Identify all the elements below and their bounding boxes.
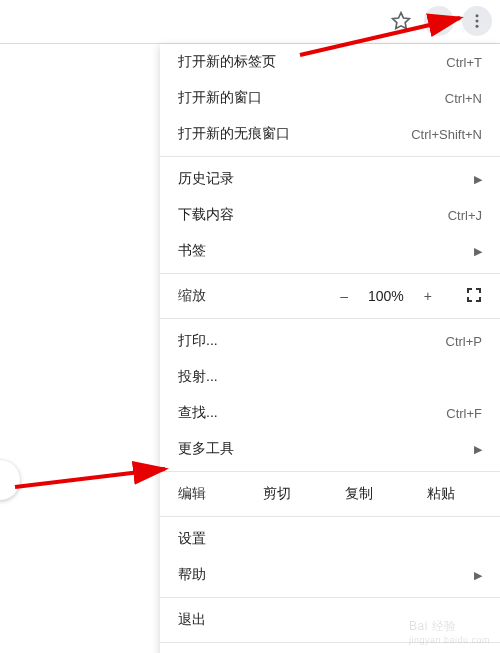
menu-item-shortcut: Ctrl+J: [448, 208, 482, 223]
menu-cast[interactable]: 投射...: [160, 359, 500, 395]
menu-more-tools[interactable]: 更多工具 ▶: [160, 431, 500, 467]
menu-item-label: 投射...: [178, 368, 218, 386]
svg-point-4: [476, 25, 479, 28]
svg-point-3: [476, 20, 479, 23]
menu-item-label: 打印...: [178, 332, 218, 350]
menu-history[interactable]: 历史记录 ▶: [160, 161, 500, 197]
menu-settings[interactable]: 设置: [160, 521, 500, 557]
menu-edit: 编辑 剪切 复制 粘贴: [160, 476, 500, 512]
menu-separator: [160, 516, 500, 517]
menu-new-window[interactable]: 打开新的窗口 Ctrl+N: [160, 80, 500, 116]
menu-zoom: 缩放 – 100% +: [160, 278, 500, 314]
more-icon[interactable]: [462, 6, 492, 36]
svg-marker-0: [393, 13, 410, 29]
zoom-label: 缩放: [178, 287, 206, 305]
menu-item-label: 退出: [178, 611, 206, 629]
watermark: Bai 经验 jingyan.baidu.com: [409, 618, 490, 645]
menu-item-label: 打开新的窗口: [178, 89, 262, 107]
menu-new-tab[interactable]: 打开新的标签页 Ctrl+T: [160, 44, 500, 80]
zoom-in-button[interactable]: +: [418, 288, 438, 304]
menu-item-label: 书签: [178, 242, 206, 260]
menu-item-shortcut: Ctrl+F: [446, 406, 482, 421]
menu-item-label: 打开新的标签页: [178, 53, 276, 71]
submenu-arrow-icon: ▶: [474, 173, 482, 186]
menu-item-label: 历史记录: [178, 170, 234, 188]
fullscreen-icon[interactable]: [466, 287, 482, 306]
menu-item-label: 查找...: [178, 404, 218, 422]
menu-separator: [160, 597, 500, 598]
menu-item-label: 更多工具: [178, 440, 234, 458]
menu-print[interactable]: 打印... Ctrl+P: [160, 323, 500, 359]
menu-separator: [160, 318, 500, 319]
menu-item-label: 帮助: [178, 566, 206, 584]
browser-toolbar: [0, 0, 500, 44]
cut-button[interactable]: 剪切: [236, 485, 318, 503]
menu-managed[interactable]: 由贵单位管理: [160, 647, 500, 653]
menu-bookmarks[interactable]: 书签 ▶: [160, 233, 500, 269]
zoom-percent: 100%: [368, 288, 404, 304]
menu-item-shortcut: Ctrl+Shift+N: [411, 127, 482, 142]
submenu-arrow-icon: ▶: [474, 569, 482, 582]
zoom-out-button[interactable]: –: [334, 288, 354, 304]
svg-point-1: [436, 15, 442, 21]
star-icon[interactable]: [386, 6, 416, 36]
menu-help[interactable]: 帮助 ▶: [160, 557, 500, 593]
menu-new-incognito[interactable]: 打开新的无痕窗口 Ctrl+Shift+N: [160, 116, 500, 152]
menu-item-label: 下载内容: [178, 206, 234, 224]
menu-separator: [160, 471, 500, 472]
submenu-arrow-icon: ▶: [474, 443, 482, 456]
menu-separator: [160, 273, 500, 274]
menu-item-label: 设置: [178, 530, 206, 548]
paste-button[interactable]: 粘贴: [400, 485, 482, 503]
copy-button[interactable]: 复制: [318, 485, 400, 503]
menu-separator: [160, 156, 500, 157]
menu-find[interactable]: 查找... Ctrl+F: [160, 395, 500, 431]
menu-item-shortcut: Ctrl+T: [446, 55, 482, 70]
menu-item-shortcut: Ctrl+N: [445, 91, 482, 106]
svg-point-2: [476, 14, 479, 17]
menu-downloads[interactable]: 下载内容 Ctrl+J: [160, 197, 500, 233]
menu-item-shortcut: Ctrl+P: [446, 334, 482, 349]
browser-main-menu: 打开新的标签页 Ctrl+T 打开新的窗口 Ctrl+N 打开新的无痕窗口 Ct…: [160, 44, 500, 653]
menu-item-label: 打开新的无痕窗口: [178, 125, 290, 143]
profile-icon[interactable]: [424, 6, 454, 36]
edit-label: 编辑: [178, 485, 206, 503]
submenu-arrow-icon: ▶: [474, 245, 482, 258]
